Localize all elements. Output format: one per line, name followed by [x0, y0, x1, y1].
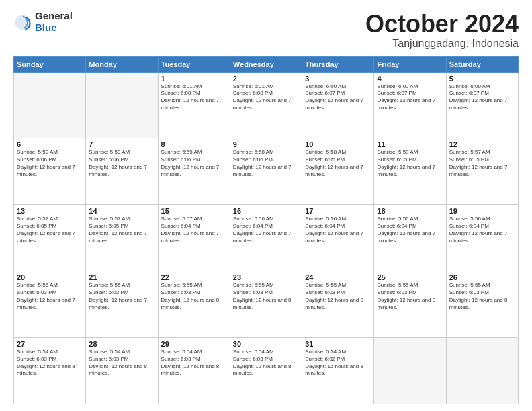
- calendar-header-row: SundayMondayTuesdayWednesdayThursdayFrid…: [14, 56, 519, 72]
- day-number: 6: [17, 140, 83, 148]
- calendar-day-header: Monday: [86, 56, 158, 72]
- calendar-cell: 6Sunrise: 5:59 AMSunset: 6:06 PMDaylight…: [14, 138, 86, 205]
- calendar-day-header: Wednesday: [230, 56, 302, 72]
- day-number: 15: [161, 207, 227, 215]
- calendar-cell: 18Sunrise: 5:56 AMSunset: 6:04 PMDayligh…: [374, 205, 446, 271]
- cell-text: Sunrise: 5:54 AMSunset: 6:03 PMDaylight:…: [89, 349, 154, 377]
- calendar-day-header: Tuesday: [158, 56, 230, 72]
- cell-text: Sunrise: 6:00 AMSunset: 6:07 PMDaylight:…: [449, 83, 515, 112]
- cell-text: Sunrise: 5:54 AMSunset: 6:02 PMDaylight:…: [305, 349, 371, 377]
- day-number: 16: [233, 207, 299, 215]
- calendar-cell: 30Sunrise: 5:54 AMSunset: 6:03 PMDayligh…: [230, 338, 302, 404]
- calendar-cell: [446, 338, 518, 404]
- calendar-week-row: 27Sunrise: 5:54 AMSunset: 6:03 PMDayligh…: [14, 338, 519, 404]
- header: General Blue October 2024 Tanjunggadang,…: [13, 11, 519, 50]
- cell-text: Sunrise: 5:56 AMSunset: 6:03 PMDaylight:…: [17, 282, 83, 311]
- cell-text: Sunrise: 5:55 AMSunset: 6:03 PMDaylight:…: [305, 282, 371, 311]
- cell-text: Sunrise: 5:55 AMSunset: 6:03 PMDaylight:…: [89, 282, 154, 311]
- calendar-cell: 13Sunrise: 5:57 AMSunset: 6:05 PMDayligh…: [14, 205, 86, 271]
- day-number: 25: [377, 273, 443, 281]
- calendar-week-row: 1Sunrise: 6:01 AMSunset: 6:08 PMDaylight…: [14, 72, 519, 138]
- title-block: October 2024 Tanjunggadang, Indonesia: [365, 11, 519, 50]
- calendar-cell: 5Sunrise: 6:00 AMSunset: 6:07 PMDaylight…: [446, 72, 518, 138]
- cell-text: Sunrise: 5:59 AMSunset: 6:06 PMDaylight:…: [17, 149, 83, 178]
- cell-text: Sunrise: 5:56 AMSunset: 6:04 PMDaylight:…: [377, 216, 443, 244]
- calendar-cell: 9Sunrise: 5:58 AMSunset: 6:06 PMDaylight…: [230, 138, 302, 205]
- calendar-cell: 23Sunrise: 5:55 AMSunset: 6:03 PMDayligh…: [230, 271, 302, 338]
- page: General Blue October 2024 Tanjunggadang,…: [0, 0, 532, 411]
- cell-text: Sunrise: 5:54 AMSunset: 6:03 PMDaylight:…: [161, 349, 227, 377]
- calendar-cell: 27Sunrise: 5:54 AMSunset: 6:03 PMDayligh…: [14, 338, 86, 404]
- day-number: 18: [377, 207, 443, 215]
- day-number: 14: [89, 207, 154, 215]
- logo-icon: [13, 13, 32, 32]
- cell-text: Sunrise: 5:55 AMSunset: 6:03 PMDaylight:…: [161, 282, 227, 311]
- calendar-cell: 2Sunrise: 6:01 AMSunset: 6:08 PMDaylight…: [230, 72, 302, 138]
- day-number: 10: [305, 140, 371, 148]
- day-number: 24: [305, 273, 371, 281]
- calendar-day-header: Friday: [374, 56, 446, 72]
- cell-text: Sunrise: 5:59 AMSunset: 6:06 PMDaylight:…: [161, 149, 227, 178]
- cell-text: Sunrise: 6:00 AMSunset: 6:07 PMDaylight:…: [377, 83, 443, 112]
- calendar-cell: 14Sunrise: 5:57 AMSunset: 6:05 PMDayligh…: [86, 205, 158, 271]
- day-number: 26: [449, 273, 515, 281]
- cell-text: Sunrise: 5:57 AMSunset: 6:05 PMDaylight:…: [89, 216, 154, 244]
- day-number: 5: [449, 75, 515, 83]
- cell-text: Sunrise: 5:55 AMSunset: 6:03 PMDaylight:…: [377, 282, 443, 311]
- day-number: 7: [89, 140, 154, 148]
- cell-text: Sunrise: 5:58 AMSunset: 6:05 PMDaylight:…: [305, 149, 371, 178]
- calendar-week-row: 20Sunrise: 5:56 AMSunset: 6:03 PMDayligh…: [14, 271, 519, 338]
- calendar-cell: 28Sunrise: 5:54 AMSunset: 6:03 PMDayligh…: [86, 338, 158, 404]
- calendar-cell: 21Sunrise: 5:55 AMSunset: 6:03 PMDayligh…: [86, 271, 158, 338]
- logo-blue: Blue: [35, 22, 73, 34]
- calendar-week-row: 6Sunrise: 5:59 AMSunset: 6:06 PMDaylight…: [14, 138, 519, 205]
- day-number: 29: [161, 340, 227, 348]
- cell-text: Sunrise: 5:56 AMSunset: 6:04 PMDaylight:…: [233, 216, 299, 244]
- day-number: 28: [89, 340, 154, 348]
- month-title: October 2024: [365, 11, 519, 38]
- day-number: 4: [377, 75, 443, 83]
- day-number: 23: [233, 273, 299, 281]
- calendar-cell: 7Sunrise: 5:59 AMSunset: 6:06 PMDaylight…: [86, 138, 158, 205]
- day-number: 31: [305, 340, 371, 348]
- calendar-cell: 19Sunrise: 5:56 AMSunset: 6:04 PMDayligh…: [446, 205, 518, 271]
- day-number: 1: [161, 75, 227, 83]
- day-number: 3: [305, 75, 371, 83]
- calendar-cell: 15Sunrise: 5:57 AMSunset: 6:04 PMDayligh…: [158, 205, 230, 271]
- cell-text: Sunrise: 5:59 AMSunset: 6:06 PMDaylight:…: [89, 149, 154, 178]
- cell-text: Sunrise: 5:57 AMSunset: 6:05 PMDaylight:…: [17, 216, 83, 244]
- cell-text: Sunrise: 5:58 AMSunset: 6:06 PMDaylight:…: [233, 149, 299, 178]
- day-number: 22: [161, 273, 227, 281]
- calendar-cell: 26Sunrise: 5:55 AMSunset: 6:03 PMDayligh…: [446, 271, 518, 338]
- calendar-cell: 12Sunrise: 5:57 AMSunset: 6:05 PMDayligh…: [446, 138, 518, 205]
- day-number: 27: [17, 340, 83, 348]
- logo-general: General: [35, 11, 73, 22]
- calendar-cell: 29Sunrise: 5:54 AMSunset: 6:03 PMDayligh…: [158, 338, 230, 404]
- day-number: 8: [161, 140, 227, 148]
- calendar-day-header: Saturday: [446, 56, 518, 72]
- logo-text: General Blue: [35, 11, 73, 33]
- cell-text: Sunrise: 5:55 AMSunset: 6:03 PMDaylight:…: [233, 282, 299, 311]
- calendar-cell: 17Sunrise: 5:56 AMSunset: 6:04 PMDayligh…: [302, 205, 374, 271]
- calendar-cell: 20Sunrise: 5:56 AMSunset: 6:03 PMDayligh…: [14, 271, 86, 338]
- cell-text: Sunrise: 5:58 AMSunset: 6:05 PMDaylight:…: [377, 149, 443, 178]
- calendar-cell: 10Sunrise: 5:58 AMSunset: 6:05 PMDayligh…: [302, 138, 374, 205]
- calendar-cell: 8Sunrise: 5:59 AMSunset: 6:06 PMDaylight…: [158, 138, 230, 205]
- logo: General Blue: [13, 11, 73, 33]
- cell-text: Sunrise: 5:57 AMSunset: 6:05 PMDaylight:…: [449, 149, 515, 178]
- calendar-cell: 11Sunrise: 5:58 AMSunset: 6:05 PMDayligh…: [374, 138, 446, 205]
- day-number: 17: [305, 207, 371, 215]
- cell-text: Sunrise: 5:57 AMSunset: 6:04 PMDaylight:…: [161, 216, 227, 244]
- cell-text: Sunrise: 5:54 AMSunset: 6:03 PMDaylight:…: [17, 349, 83, 377]
- calendar-cell: [374, 338, 446, 404]
- calendar-day-header: Sunday: [14, 56, 86, 72]
- cell-text: Sunrise: 5:54 AMSunset: 6:03 PMDaylight:…: [233, 349, 299, 377]
- calendar-cell: 22Sunrise: 5:55 AMSunset: 6:03 PMDayligh…: [158, 271, 230, 338]
- day-number: 20: [17, 273, 83, 281]
- cell-text: Sunrise: 6:00 AMSunset: 6:07 PMDaylight:…: [305, 83, 371, 112]
- calendar-cell: [86, 72, 158, 138]
- day-number: 2: [233, 75, 299, 83]
- calendar-cell: 31Sunrise: 5:54 AMSunset: 6:02 PMDayligh…: [302, 338, 374, 404]
- calendar-day-header: Thursday: [302, 56, 374, 72]
- calendar-table: SundayMondayTuesdayWednesdayThursdayFrid…: [13, 56, 519, 404]
